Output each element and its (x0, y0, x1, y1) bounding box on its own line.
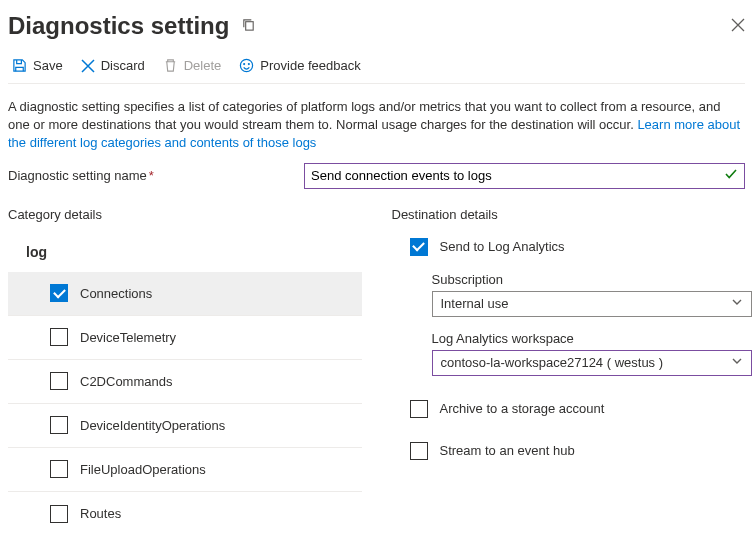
header: Diagnostics setting (8, 0, 745, 48)
feedback-label: Provide feedback (260, 58, 360, 73)
log-label: Connections (80, 286, 152, 301)
save-button[interactable]: Save (12, 58, 63, 73)
log-label: FileUploadOperations (80, 462, 206, 477)
dest-label: Send to Log Analytics (440, 239, 565, 254)
workspace-value: contoso-la-workspace27124 ( westus ) (441, 355, 664, 370)
chevron-down-icon (731, 296, 743, 311)
checkbox-deviceidentity[interactable] (50, 416, 68, 434)
log-item-deviceidentity[interactable]: DeviceIdentityOperations (8, 404, 362, 448)
discard-label: Discard (101, 58, 145, 73)
setting-name-input-wrap[interactable] (304, 163, 745, 189)
save-label: Save (33, 58, 63, 73)
category-section-title: Category details (8, 207, 362, 222)
checkbox-connections[interactable] (50, 284, 68, 302)
dest-eventhub[interactable]: Stream to an event hub (392, 442, 746, 460)
log-label: C2DCommands (80, 374, 172, 389)
feedback-icon (239, 58, 254, 73)
save-icon (12, 58, 27, 73)
workspace-select[interactable]: contoso-la-workspace27124 ( westus ) (432, 350, 752, 376)
discard-button[interactable]: Discard (81, 58, 145, 73)
delete-button: Delete (163, 58, 222, 73)
checkbox-routes[interactable] (50, 505, 68, 523)
subscription-label: Subscription (432, 272, 746, 287)
delete-label: Delete (184, 58, 222, 73)
checkbox-c2dcommands[interactable] (50, 372, 68, 390)
destination-section-title: Destination details (392, 207, 746, 222)
subscription-select[interactable]: Internal use (432, 291, 752, 317)
log-item-connections[interactable]: Connections (8, 272, 362, 316)
copy-icon[interactable] (241, 17, 256, 35)
workspace-field: Log Analytics workspace contoso-la-works… (392, 331, 746, 376)
checkbox-fileupload[interactable] (50, 460, 68, 478)
category-column: Category details log Connections DeviceT… (8, 207, 362, 536)
chevron-down-icon (731, 355, 743, 370)
dest-loganalytics[interactable]: Send to Log Analytics (392, 238, 746, 256)
svg-point-2 (244, 64, 245, 65)
log-group-label: log (8, 238, 362, 266)
setting-name-label: Diagnostic setting name* (8, 168, 284, 183)
setting-name-input[interactable] (311, 168, 724, 183)
checkbox-loganalytics[interactable] (410, 238, 428, 256)
log-item-routes[interactable]: Routes (8, 492, 362, 536)
delete-icon (163, 58, 178, 73)
checkbox-devicetelemetry[interactable] (50, 328, 68, 346)
log-label: DeviceTelemetry (80, 330, 176, 345)
log-list: Connections DeviceTelemetry C2DCommands … (8, 272, 362, 536)
log-item-fileupload[interactable]: FileUploadOperations (8, 448, 362, 492)
log-label: DeviceIdentityOperations (80, 418, 225, 433)
description-text: A diagnostic setting specifies a list of… (8, 99, 720, 132)
discard-icon (81, 59, 95, 73)
dest-storage[interactable]: Archive to a storage account (392, 400, 746, 418)
checkbox-storage[interactable] (410, 400, 428, 418)
subscription-value: Internal use (441, 296, 509, 311)
setting-name-row: Diagnostic setting name* (8, 163, 745, 189)
page-title: Diagnostics setting (8, 12, 229, 40)
close-icon[interactable] (731, 18, 745, 35)
toolbar: Save Discard Delete Provide feedback (8, 48, 745, 84)
feedback-button[interactable]: Provide feedback (239, 58, 360, 73)
dest-label: Archive to a storage account (440, 401, 605, 416)
workspace-label: Log Analytics workspace (432, 331, 746, 346)
validation-ok-icon (724, 167, 738, 184)
subscription-field: Subscription Internal use (392, 272, 746, 317)
log-item-c2dcommands[interactable]: C2DCommands (8, 360, 362, 404)
checkbox-eventhub[interactable] (410, 442, 428, 460)
svg-rect-0 (246, 22, 254, 30)
description: A diagnostic setting specifies a list of… (8, 84, 745, 163)
dest-label: Stream to an event hub (440, 443, 575, 458)
svg-point-3 (249, 64, 250, 65)
svg-point-1 (241, 59, 253, 71)
log-label: Routes (80, 506, 121, 521)
log-item-devicetelemetry[interactable]: DeviceTelemetry (8, 316, 362, 360)
destination-column: Destination details Send to Log Analytic… (392, 207, 746, 536)
